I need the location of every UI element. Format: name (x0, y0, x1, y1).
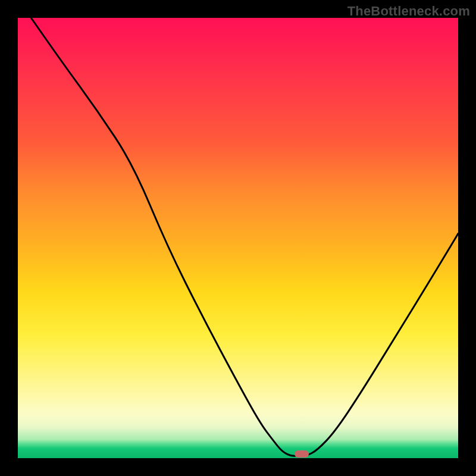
attribution-link[interactable]: TheBottleneck.com (347, 4, 470, 19)
optimal-marker (295, 450, 309, 458)
plot-area (18, 18, 458, 458)
bottleneck-curve-path (31, 18, 458, 456)
curve-svg (18, 18, 458, 458)
chart-frame: TheBottleneck.com (0, 0, 476, 476)
